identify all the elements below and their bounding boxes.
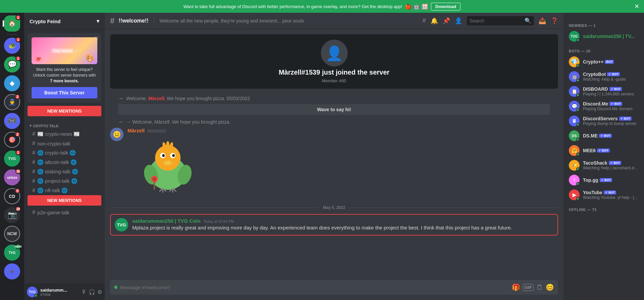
member-cryptobot[interactable]: 🤖 CryptoBot ✓ BOT Watching -help & -guid… bbox=[566, 69, 641, 84]
system-welcome-text: → Welcome, Màrzell. We hope you brought … bbox=[126, 119, 231, 125]
emoji-icon[interactable]: 😊 bbox=[546, 283, 554, 291]
bot-status: Playing / | 1,344,665 servers bbox=[583, 92, 639, 96]
pin-icon[interactable]: 📌 bbox=[443, 17, 450, 25]
notification-bell-icon[interactable]: 🔔 bbox=[431, 17, 438, 25]
member-discordservers[interactable]: 🖥 DiscordServers ✓ BOT Playing /bump to … bbox=[566, 114, 641, 128]
server-icon-mplaza[interactable]: ♦plaza 35 bbox=[4, 169, 20, 185]
bot-info: Discord.Me ✓ BOT Playing Discord.Me Serv… bbox=[583, 101, 639, 111]
channel-altcoin[interactable]: # 🌐 altcoin-talk 🌐 bbox=[27, 158, 102, 167]
deafen-button[interactable]: 🎧 bbox=[89, 289, 95, 295]
section-label: CRYPTO TALK bbox=[33, 124, 59, 128]
threads-icon[interactable]: # bbox=[423, 17, 426, 24]
bot-dot bbox=[576, 167, 580, 171]
channel-nft[interactable]: # 🌐 nft-talk 🌐 bbox=[27, 186, 102, 195]
member-cryptopp[interactable]: 💎 Crypto++ BOT bbox=[566, 54, 641, 69]
bird-image bbox=[128, 133, 558, 199]
marzell-header: Màrzell 05/03/2022 bbox=[128, 128, 558, 133]
inbox-icon[interactable]: 📥 bbox=[539, 17, 546, 25]
crypto-talk-section[interactable]: ▾ CRYPTO TALK bbox=[24, 118, 105, 129]
boost-server-button[interactable]: Boost This Server bbox=[32, 87, 97, 98]
hash-icon: # bbox=[32, 150, 35, 156]
windows-icon: 🪟 bbox=[422, 3, 428, 10]
server-icon-photo[interactable]: 📷 28 bbox=[4, 207, 20, 223]
bot-name: YouTube bbox=[583, 190, 602, 195]
server-badge-8: 28 bbox=[15, 206, 21, 212]
join-avatar: 👤 bbox=[321, 40, 348, 67]
bot-tag: BOT bbox=[605, 60, 614, 64]
member-dsme[interactable]: DS DS.ME ✓ BOT bbox=[566, 128, 641, 143]
date-line-left bbox=[110, 208, 319, 208]
channel-non-crypto[interactable]: # non-crypto-talk bbox=[27, 139, 102, 148]
home-badge: 1 bbox=[15, 15, 21, 20]
mute-button[interactable]: 🎙 bbox=[81, 289, 87, 295]
member-name: saidarumman250 | TV... bbox=[583, 34, 639, 39]
server-icon-discord[interactable]: 💬 1 bbox=[4, 56, 20, 73]
date-label: May 5, 2022 bbox=[323, 205, 345, 210]
channel-hash-icon: # bbox=[110, 16, 114, 26]
server-icon-discord2[interactable]: 🎮 bbox=[4, 113, 20, 129]
bot-name: DS.ME bbox=[583, 133, 598, 138]
member-mee6[interactable]: 🤗 MEE6 ✓ BOT bbox=[566, 143, 641, 158]
server-icon-target[interactable]: 🎯 2 bbox=[4, 132, 20, 148]
banner-close-button[interactable]: ✕ bbox=[634, 3, 639, 10]
bot-avatar-discordservers: 🖥 bbox=[569, 116, 580, 126]
server-icon-ncw[interactable]: NCW bbox=[4, 226, 20, 242]
bot-info: MEE6 ✓ BOT bbox=[583, 148, 639, 153]
messages-area: 👤 Màrzell#1539 just joined the server Me… bbox=[105, 29, 563, 280]
bot-info: Crypto++ BOT bbox=[583, 59, 639, 65]
bot-dot bbox=[576, 93, 580, 97]
header-icons: # 🔔 📌 👤 Search 🔍 📥 ❓ bbox=[423, 16, 558, 26]
channel-p2e[interactable]: # p2e-game-talk bbox=[27, 208, 102, 217]
members-sidebar: NEWBIES — 1 TVG saidarumman250 | TV... B… bbox=[563, 13, 644, 300]
member-topgg[interactable]: T Top.gg ✓ BOT bbox=[566, 173, 641, 187]
user-info: saidarumm... #7658 bbox=[40, 288, 79, 297]
new-mentions-button-bottom[interactable]: NEW MENTIONS bbox=[28, 195, 101, 206]
server-icon-blue[interactable]: ◆ bbox=[4, 75, 20, 91]
verified-tag: ✓ BOT bbox=[600, 178, 612, 182]
user-status-dot bbox=[34, 294, 38, 297]
member-disboard[interactable]: 📋 DISBOARD ✓ BOT Playing / | 1,344,665 s… bbox=[566, 84, 641, 99]
message-input[interactable] bbox=[120, 285, 509, 290]
gift-icon[interactable]: 🎁 bbox=[512, 283, 520, 291]
wave-button[interactable]: Wave to say hi! bbox=[118, 104, 550, 115]
settings-button[interactable]: ⚙ bbox=[97, 289, 102, 295]
sticker-icon[interactable]: 🗒 bbox=[536, 284, 543, 291]
apple-icon: 🍎 bbox=[405, 3, 411, 10]
channel-project[interactable]: # 🌐 project-talk 🌐 bbox=[27, 176, 102, 186]
server-icon-turtle[interactable]: 🐢 1 bbox=[4, 38, 20, 54]
server-icon-add[interactable]: ➕ bbox=[4, 263, 20, 280]
spacer bbox=[105, 237, 563, 244]
members-icon[interactable]: 👤 bbox=[455, 17, 462, 25]
channel-label: 🌐 staking-talk 🌐 bbox=[37, 169, 78, 175]
member-tacoshack[interactable]: 🌮 TacoShack ✓ BOT Watching !help | tacos… bbox=[566, 158, 641, 173]
bird-svg bbox=[141, 136, 195, 193]
user-controls: 🎙 🎧 ⚙ bbox=[81, 289, 102, 295]
server-icon-tvg2[interactable]: TVG NEW bbox=[4, 245, 20, 261]
svg-point-17 bbox=[152, 177, 156, 181]
member-discordme[interactable]: 💬 Discord.Me ✓ BOT Playing Discord.Me Se… bbox=[566, 99, 641, 114]
server-icon-police[interactable]: 👮 2 bbox=[4, 94, 20, 110]
channel-staking[interactable]: # 🌐 staking-talk 🌐 bbox=[27, 167, 102, 176]
new-mentions-button-top[interactable]: NEW MENTIONS bbox=[28, 106, 101, 116]
member-youtube[interactable]: ▶ YouTube ✓ BOT Watching Youtube. yt hel… bbox=[566, 187, 641, 202]
help-icon[interactable]: ❓ bbox=[551, 17, 558, 25]
server-header[interactable]: Crypto Feind ▾ bbox=[24, 13, 105, 30]
channel-crypto-news[interactable]: # 📰 crypto-news 📰 bbox=[27, 129, 102, 139]
search-box[interactable]: Search 🔍 bbox=[467, 16, 534, 26]
home-server-icon[interactable]: 🏠 1 bbox=[4, 15, 20, 32]
boost-card: ✕ Your Server ▾ 🎨 🐙 Want this server to … bbox=[28, 33, 101, 102]
server-badge-1: 1 bbox=[15, 37, 21, 42]
gif-icon[interactable]: GIF bbox=[523, 284, 534, 291]
hash-icon: # bbox=[32, 169, 35, 175]
channel-crypto-talk[interactable]: # 🌐 crypto-talk 🌐 bbox=[27, 148, 102, 158]
bot-avatar-cryptobot: 🤖 bbox=[569, 71, 580, 82]
newbies-header: NEWBIES — 1 bbox=[566, 18, 641, 29]
top-banner: Want to take full advantage of Discord w… bbox=[0, 0, 644, 13]
server-icon-tvg[interactable]: TVG 1 bbox=[4, 151, 20, 167]
banner-text: Want to take full advantage of Discord w… bbox=[184, 4, 402, 9]
member-saidarumman[interactable]: TVG saidarumman250 | TV... bbox=[566, 29, 641, 44]
highlighted-header: saidarumman250 | TVG Coin Today at 10:04… bbox=[132, 218, 553, 224]
tvg-avatar: TVG bbox=[115, 218, 128, 231]
server-icon-cd[interactable]: CD 5 bbox=[4, 188, 20, 204]
download-button[interactable]: Download bbox=[431, 3, 460, 10]
